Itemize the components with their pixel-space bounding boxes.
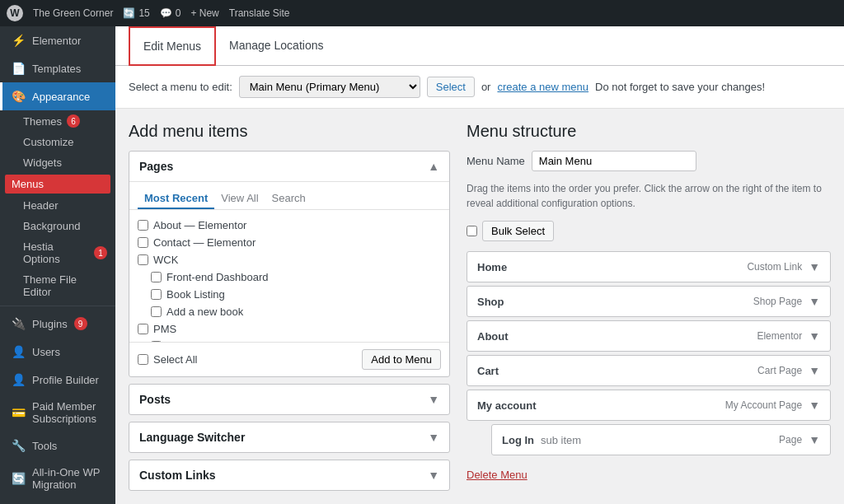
language-switcher-accordion: Language Switcher ▼ <box>129 422 450 453</box>
shop-label: Shop <box>477 296 504 308</box>
menu-item-about-right: Elementor ▼ <box>757 329 820 343</box>
sidebar-subitem-hestia[interactable]: Hestia Options 1 <box>0 236 115 269</box>
about-type: Elementor <box>757 330 802 342</box>
check-about-elementor[interactable]: About — Elementor <box>138 217 441 234</box>
sidebar-item-all-in-one[interactable]: 🔄 All-in-One WP Migration <box>0 460 115 497</box>
check-add-book[interactable]: Add a new book <box>138 303 441 320</box>
select-all-item[interactable]: Select All <box>138 351 197 368</box>
add-menu-heading: Add menu items <box>129 122 450 141</box>
sidebar-subitem-menus[interactable]: Menus <box>5 175 110 194</box>
language-switcher-header[interactable]: Language Switcher ▼ <box>129 422 449 452</box>
sidebar-subitem-widgets[interactable]: Widgets <box>0 152 115 173</box>
appearance-icon: 🎨 <box>11 89 26 104</box>
tab-most-recent[interactable]: Most Recent <box>138 189 214 209</box>
menu-item-myaccount[interactable]: My account My Account Page ▼ <box>467 390 831 421</box>
new-item[interactable]: + New <box>190 7 218 19</box>
menu-item-about[interactable]: About Elementor ▼ <box>467 320 831 352</box>
sidebar-label-templates: Templates <box>32 63 81 75</box>
menu-name-input[interactable] <box>532 151 696 171</box>
cart-chevron-icon[interactable]: ▼ <box>809 364 820 377</box>
menu-item-cart-left: Cart <box>477 365 499 377</box>
sidebar-item-users[interactable]: 👤 Users <box>0 338 115 366</box>
select-label: Select a menu to edit: <box>129 81 232 93</box>
users-icon: 👤 <box>11 344 26 359</box>
custom-links-accordion: Custom Links ▼ <box>129 460 450 491</box>
checkbox-password-reset[interactable] <box>151 341 162 342</box>
home-label: Home <box>477 261 507 273</box>
label-password-reset: Password Reset <box>166 340 245 342</box>
sidebar-subitem-themes[interactable]: Themes 6 <box>0 110 115 132</box>
sidebar-item-paid-member[interactable]: 💳 Paid Member Subscriptions <box>0 394 115 432</box>
menu-item-shop[interactable]: Shop Shop Page ▼ <box>467 286 831 317</box>
sidebar: ⚡ Elementor 📄 Templates 🎨 Appearance The… <box>0 26 115 504</box>
themes-badge: 6 <box>67 114 80 128</box>
checkbox-book-listing[interactable] <box>151 289 162 300</box>
sidebar-subitem-customize[interactable]: Customize <box>0 132 115 152</box>
tab-view-all[interactable]: View All <box>214 189 265 209</box>
checkbox-pms[interactable] <box>138 324 148 334</box>
custom-links-header[interactable]: Custom Links ▼ <box>129 460 449 490</box>
bulk-select-checkbox[interactable] <box>467 226 477 236</box>
wp-logo-item[interactable]: W <box>7 5 23 21</box>
tab-edit-menus[interactable]: Edit Menus <box>129 26 216 66</box>
tab-manage-locations[interactable]: Manage Locations <box>216 26 336 66</box>
menu-item-login[interactable]: Log In sub item Page ▼ <box>491 424 831 455</box>
cart-type: Cart Page <box>757 365 802 376</box>
add-to-menu-button[interactable]: Add to Menu <box>362 349 441 370</box>
home-type: Custom Link <box>747 261 802 273</box>
login-chevron-icon[interactable]: ▼ <box>809 433 820 446</box>
sidebar-subitem-background[interactable]: Background <box>0 216 115 236</box>
check-wck[interactable]: WCK <box>138 251 441 268</box>
bulk-select-button[interactable]: Bulk Select <box>482 221 554 241</box>
paid-member-icon: 💳 <box>11 405 26 420</box>
shop-chevron-icon[interactable]: ▼ <box>809 295 820 308</box>
sidebar-item-plugins[interactable]: 🔌 Plugins 9 <box>0 310 115 338</box>
checkbox-wck[interactable] <box>138 254 148 265</box>
menu-structure-heading: Menu structure <box>467 122 831 141</box>
sidebar-item-elementor[interactable]: ⚡ Elementor <box>0 26 115 54</box>
plugins-icon: 🔌 <box>11 316 26 331</box>
tools-icon: 🔧 <box>11 438 26 453</box>
posts-chevron-icon: ▼ <box>428 393 439 406</box>
menu-item-shop-right: Shop Page ▼ <box>753 295 820 308</box>
sidebar-subitem-header[interactable]: Header <box>0 195 115 216</box>
sidebar-item-templates[interactable]: 📄 Templates <box>0 54 115 82</box>
bulk-select-row: Bulk Select <box>467 221 831 241</box>
checkbox-contact-elementor[interactable] <box>138 237 148 248</box>
check-pms[interactable]: PMS <box>138 320 441 338</box>
checkbox-frontend-dashboard[interactable] <box>151 272 162 282</box>
posts-accordion: Posts ▼ <box>129 384 450 415</box>
custom-links-chevron-icon: ▼ <box>428 469 439 482</box>
check-book-listing[interactable]: Book Listing <box>138 286 441 303</box>
sidebar-item-settings[interactable]: ⚙️ Settings <box>0 497 115 504</box>
check-contact-elementor[interactable]: Contact — Elementor <box>138 234 441 251</box>
create-new-menu-link[interactable]: create a new menu <box>497 81 588 93</box>
sidebar-label-plugins: Plugins <box>32 318 68 330</box>
checkbox-about-elementor[interactable] <box>138 220 148 231</box>
comments-item[interactable]: 💬 0 <box>160 7 181 19</box>
checkbox-select-all[interactable] <box>138 354 148 365</box>
check-frontend-dashboard[interactable]: Front-end Dashboard <box>138 268 441 286</box>
updates-icon: 🔄 <box>123 7 135 19</box>
delete-menu-link[interactable]: Delete Menu <box>467 469 528 481</box>
hestia-badge: 1 <box>94 246 107 259</box>
sidebar-item-profile-builder[interactable]: 👤 Profile Builder <box>0 366 115 394</box>
theme-file-label: Theme File Editor <box>23 273 107 298</box>
menu-select[interactable]: Main Menu (Primary Menu) <box>239 76 420 98</box>
home-chevron-icon[interactable]: ▼ <box>809 260 820 273</box>
select-button[interactable]: Select <box>427 77 475 97</box>
checkbox-add-book[interactable] <box>151 306 162 317</box>
about-chevron-icon[interactable]: ▼ <box>809 329 820 343</box>
updates-item[interactable]: 🔄 15 <box>123 7 149 19</box>
pages-accordion-header[interactable]: Pages ▲ <box>129 152 449 181</box>
site-name-item[interactable]: The Green Corner <box>33 7 113 19</box>
sidebar-item-tools[interactable]: 🔧 Tools <box>0 432 115 460</box>
menu-item-home[interactable]: Home Custom Link ▼ <box>467 251 831 282</box>
tab-search[interactable]: Search <box>265 189 312 209</box>
menu-item-cart[interactable]: Cart Cart Page ▼ <box>467 355 831 386</box>
myaccount-chevron-icon[interactable]: ▼ <box>809 399 820 412</box>
sidebar-item-appearance[interactable]: 🎨 Appearance <box>0 82 115 110</box>
translate-item[interactable]: Translate Site <box>229 7 290 19</box>
posts-accordion-header[interactable]: Posts ▼ <box>129 385 449 414</box>
sidebar-subitem-theme-file[interactable]: Theme File Editor <box>0 269 115 302</box>
